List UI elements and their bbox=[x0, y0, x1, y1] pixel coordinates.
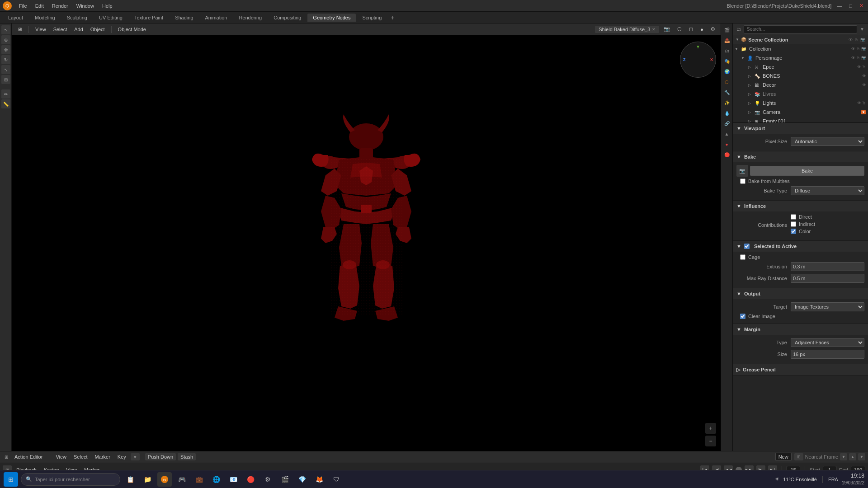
grease-pencil-header[interactable]: ▷ Grease Pencil bbox=[733, 364, 868, 375]
vp-camera-btn[interactable]: 📷 bbox=[661, 25, 673, 33]
sc-cursor-icon[interactable]: 🖱 bbox=[854, 38, 859, 42]
tab-texture-paint[interactable]: Texture Paint bbox=[129, 14, 169, 22]
tab-rendering[interactable]: Rendering bbox=[233, 14, 267, 22]
tl-arrow-down[interactable]: ▼ bbox=[858, 453, 865, 460]
toolbar-select[interactable]: ↖ bbox=[1, 25, 10, 34]
vp-grid-btn[interactable]: ⬡ bbox=[675, 25, 684, 33]
cursor-icon[interactable]: 🖱 bbox=[856, 56, 860, 60]
outliner-item-livres[interactable]: ▷ 📚 Livres bbox=[733, 89, 868, 99]
output-section-header[interactable]: ▼ Output bbox=[733, 288, 868, 299]
particles-props-icon[interactable]: ✨ bbox=[722, 98, 731, 107]
menu-file[interactable]: File bbox=[15, 2, 31, 9]
toolbar-transform[interactable]: ⊞ bbox=[1, 75, 10, 84]
add-workspace-tab[interactable]: + bbox=[388, 13, 397, 22]
taskbar-app-8[interactable]: 🔴 bbox=[243, 472, 258, 487]
tl-snap-icon[interactable]: ⊞ bbox=[794, 453, 803, 460]
vp-view-btn[interactable]: View bbox=[33, 26, 49, 33]
data-props-icon[interactable]: ▲ bbox=[722, 129, 731, 138]
taskbar-search[interactable]: 🔍 Taper ici pour rechercher bbox=[21, 473, 120, 486]
constraint-props-icon[interactable]: 🔗 bbox=[722, 119, 731, 128]
tab-shading[interactable]: Shading bbox=[170, 14, 198, 22]
toolbar-rotate[interactable]: ↻ bbox=[1, 55, 10, 64]
tab-animation[interactable]: Animation bbox=[200, 14, 233, 22]
taskbar-app-3[interactable]: B bbox=[157, 472, 172, 487]
viewport-gizmos[interactable]: X Y Z bbox=[680, 42, 716, 78]
modifier-props-icon[interactable]: 🔧 bbox=[722, 88, 731, 97]
view-layer-icon[interactable]: 🗂 bbox=[722, 46, 731, 55]
eye-icon[interactable]: 👁 bbox=[862, 74, 866, 78]
taskbar-app-6[interactable]: 🌐 bbox=[209, 472, 223, 487]
margin-section-header[interactable]: ▼ Margin bbox=[733, 324, 868, 335]
vp-add-btn[interactable]: Add bbox=[71, 26, 86, 33]
color-checkbox[interactable] bbox=[791, 229, 796, 234]
outliner-item-bones[interactable]: ▷ 🦴 BONES 👁 bbox=[733, 71, 868, 80]
clear-image-checkbox[interactable] bbox=[740, 314, 745, 319]
target-select[interactable]: Image Textures bbox=[791, 302, 864, 311]
minimize-btn[interactable]: — bbox=[835, 3, 844, 9]
eye-icon[interactable]: 👁 bbox=[857, 65, 861, 69]
sc-camera-icon[interactable]: 📷 bbox=[860, 38, 865, 42]
viewport-content[interactable] bbox=[12, 35, 721, 451]
zoom-in-btn[interactable]: + bbox=[705, 423, 716, 434]
cursor-icon[interactable]: 🖱 bbox=[862, 101, 866, 105]
outliner-search[interactable] bbox=[744, 25, 857, 33]
axis-x[interactable]: X bbox=[710, 57, 713, 62]
toolbar-scale[interactable]: ⤡ bbox=[1, 65, 10, 74]
taskbar-app-4[interactable]: 🎮 bbox=[175, 472, 189, 487]
toolbar-measure[interactable]: 📏 bbox=[1, 99, 10, 108]
menu-render[interactable]: Render bbox=[48, 2, 72, 9]
navigation-gizmo[interactable]: X Y Z bbox=[680, 42, 716, 78]
eye-icon[interactable]: 👁 bbox=[857, 101, 861, 105]
vp-shading-solid[interactable]: ◻ bbox=[686, 25, 696, 33]
bake-from-multires-checkbox[interactable] bbox=[740, 178, 745, 184]
output-props-icon[interactable]: 📤 bbox=[722, 36, 731, 45]
taskbar-app-1[interactable]: 📋 bbox=[123, 472, 137, 487]
outliner-item-camera[interactable]: ▷ 📷 Camera ▼ bbox=[733, 108, 868, 117]
close-btn[interactable]: ✕ bbox=[858, 3, 865, 9]
menu-edit[interactable]: Edit bbox=[32, 2, 47, 9]
sc-eye-icon[interactable]: 👁 bbox=[849, 38, 853, 42]
bake-type-select[interactable]: Diffuse bbox=[791, 186, 864, 195]
tl-arrow-up[interactable]: ▲ bbox=[849, 453, 856, 460]
vp-editor-type[interactable]: 🖥 bbox=[14, 26, 25, 33]
outliner-item-decor[interactable]: ▷ 🏛 Decor 👁 bbox=[733, 80, 868, 89]
toolbar-annotate[interactable]: ✏ bbox=[1, 89, 10, 99]
tl-marker-btn[interactable]: Marker bbox=[92, 453, 113, 460]
toolbar-move[interactable]: ✜ bbox=[1, 45, 10, 54]
cage-checkbox[interactable] bbox=[740, 254, 745, 260]
object-props-icon[interactable]: ⬡ bbox=[722, 77, 731, 86]
tl-filter-icon[interactable]: ▼ bbox=[131, 453, 140, 460]
cursor-icon[interactable]: 🖱 bbox=[862, 65, 866, 69]
vp-shading-rendered[interactable]: ● bbox=[698, 26, 706, 33]
render-props-icon[interactable]: 🎬 bbox=[722, 25, 731, 34]
blender-logo[interactable]: ⬡ bbox=[3, 1, 12, 10]
taskbar-app-2[interactable]: 📁 bbox=[140, 472, 155, 487]
taskbar-app-10[interactable]: 🎬 bbox=[278, 472, 292, 487]
material-props-icon[interactable]: ● bbox=[722, 140, 731, 149]
taskbar-app-13[interactable]: 🛡 bbox=[329, 472, 344, 487]
viewport-section-header[interactable]: ▼ Viewport bbox=[733, 123, 868, 134]
taskbar-app-9[interactable]: ⚙ bbox=[260, 472, 275, 487]
image-tab-close[interactable]: ✕ bbox=[652, 27, 656, 32]
tl-select-btn[interactable]: Select bbox=[71, 453, 90, 460]
taskbar-app-12[interactable]: 🦊 bbox=[312, 472, 326, 487]
selected-to-active-header[interactable]: ▼ Selected to Active bbox=[733, 241, 868, 252]
taskbar-app-11[interactable]: 💎 bbox=[295, 472, 309, 487]
camera-icon[interactable]: 📷 bbox=[861, 47, 866, 51]
pixel-size-select[interactable]: Automatic bbox=[791, 137, 864, 146]
outliner-item-personnage[interactable]: ▼ 👤 Personnage 👁 🖱 📷 bbox=[733, 53, 868, 62]
margin-type-select[interactable]: Adjacent Faces bbox=[791, 338, 864, 347]
outliner-item-lights[interactable]: ▷ 💡 Lights 👁 🖱 bbox=[733, 99, 868, 108]
shader-props-icon[interactable]: 🔴 bbox=[722, 150, 731, 159]
timeline-editor-icon[interactable]: ⊞ bbox=[3, 454, 10, 460]
vp-settings-btn[interactable]: ⚙ bbox=[708, 25, 718, 33]
vp-select-btn[interactable]: Select bbox=[51, 26, 70, 33]
vp-mode-btn[interactable]: Object Mode bbox=[115, 26, 149, 33]
menu-help[interactable]: Help bbox=[99, 2, 116, 9]
direct-checkbox[interactable] bbox=[791, 214, 796, 220]
bake-button[interactable]: Bake bbox=[750, 166, 864, 176]
axis-y[interactable]: Y bbox=[697, 45, 699, 49]
influence-section-header[interactable]: ▼ Influence bbox=[733, 201, 868, 211]
tab-uv-editing[interactable]: UV Editing bbox=[94, 14, 128, 22]
zoom-out-btn[interactable]: − bbox=[705, 436, 716, 446]
